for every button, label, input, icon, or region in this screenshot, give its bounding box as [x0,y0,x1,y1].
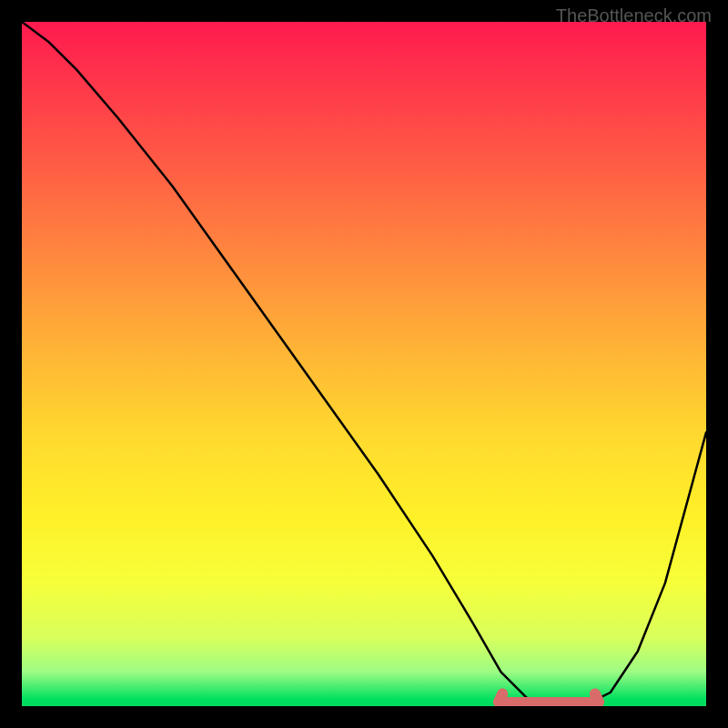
axis-right [706,0,728,728]
axis-left [0,0,22,728]
axis-bottom [0,706,728,728]
watermark-text: TheBottleneck.com [556,5,712,26]
chart-background [22,22,706,706]
